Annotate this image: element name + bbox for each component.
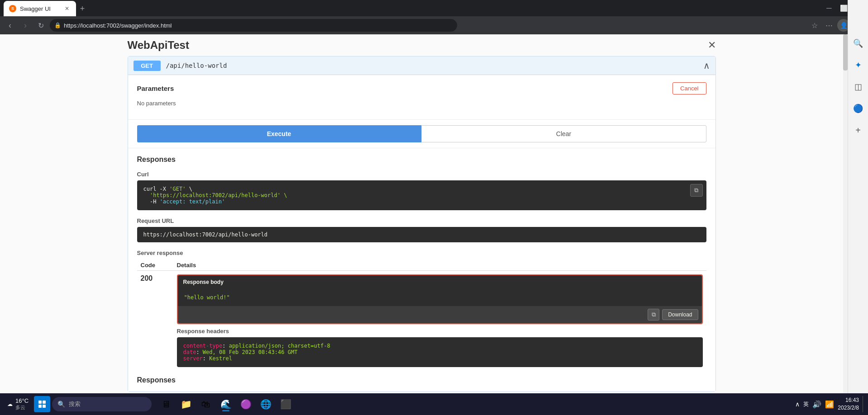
sidebar-collections-icon[interactable]: ◫	[851, 80, 865, 94]
parameters-section: Parameters Cancel No parameters	[128, 75, 715, 120]
curl-line1: curl -X 'GET' \	[143, 186, 700, 192]
weather-widget[interactable]: ☁ 16°C 多云	[4, 397, 32, 411]
start-button[interactable]	[34, 396, 50, 412]
scroll-thumb[interactable]	[843, 34, 848, 71]
close-panel-icon[interactable]: ✕	[708, 39, 716, 51]
response-headers-block: content-type: application/json; charset=…	[177, 337, 703, 367]
endpoint-block: GET /api/hello-world ∧ Parameters Cancel…	[128, 56, 716, 392]
response-body-wrapper: Response body "hello world!" ⧉ Download	[177, 274, 703, 324]
address-bar[interactable]: 🔒 https://localhost:7002/swagger/index.h…	[50, 19, 457, 32]
taskbar-app-files[interactable]: 📁	[177, 395, 195, 413]
taskbar: ☁ 16°C 多云 🔍 搜索 🖥 📁 🛍 🌊 🟣 🌐 ⬛ ∧	[0, 393, 868, 415]
page-title: WebApiTest	[128, 39, 189, 52]
curl-label: Curl	[137, 171, 706, 178]
curl-line2: 'https://localhost:7002/api/hello-world'…	[143, 192, 700, 198]
request-url-block: https://localhost:7002/api/hello-world	[137, 227, 706, 242]
response-headers-label: Response headers	[177, 328, 703, 335]
back-button[interactable]: ‹	[4, 19, 16, 32]
scrollbar[interactable]	[843, 34, 848, 393]
taskbar-app-edge[interactable]: 🌊	[217, 395, 235, 413]
minimize-button[interactable]: ─	[823, 2, 835, 14]
code-column-header: Code	[137, 260, 173, 271]
curl-line3: -H 'accept: text/plain'	[143, 198, 700, 205]
execute-button[interactable]: Execute	[137, 125, 421, 142]
taskbar-search[interactable]: 🔍 搜索	[52, 397, 152, 411]
sidebar-apps-icon[interactable]: 🔵	[851, 101, 865, 116]
taskbar-app-taskview[interactable]: 🖥	[157, 395, 175, 413]
server-response-label: Server response	[137, 250, 706, 256]
copy-response-button[interactable]: ⧉	[648, 309, 659, 321]
taskbar-app-store[interactable]: 🛍	[197, 395, 215, 413]
endpoint-path: /api/hello-world	[166, 62, 227, 69]
server-response-table: Code Details 200 Response body "hello w	[137, 260, 706, 371]
response-code-cell: 200	[137, 271, 173, 371]
taskbar-clock[interactable]: 16:43 2023/2/8	[838, 396, 859, 412]
search-placeholder: 搜索	[69, 400, 81, 408]
method-badge: GET	[134, 61, 161, 71]
lock-icon: 🔒	[54, 22, 61, 28]
clock-time: 16:43	[838, 396, 859, 404]
edge-sidebar: 🔍 ✦ ◫ 🔵 + ⚙	[848, 0, 868, 415]
sidebar-add-icon[interactable]: +	[851, 123, 865, 137]
tab-active[interactable]: S Swagger UI ✕	[4, 1, 76, 16]
url-text: https://localhost:7002/swagger/index.htm…	[64, 22, 172, 29]
taskbar-app-visualstudio[interactable]: 🟣	[237, 395, 255, 413]
cancel-button[interactable]: Cancel	[672, 82, 706, 94]
response-body-header: Response body	[178, 275, 702, 289]
table-row: 200 Response body "hello world!" ⧉ Downl…	[137, 271, 706, 371]
browser-menu-icon[interactable]: ⋯	[823, 19, 835, 32]
response-body-actions: ⧉ Download	[178, 306, 702, 323]
copy-curl-button[interactable]: ⧉	[690, 184, 703, 197]
download-button[interactable]: Download	[662, 309, 698, 320]
search-icon: 🔍	[57, 401, 65, 408]
action-buttons-row: Execute Clear	[128, 120, 715, 148]
tab-favicon: S	[9, 5, 16, 12]
no-parameters-text: No parameters	[137, 100, 706, 107]
taskbar-app-chrome[interactable]: 🌐	[257, 395, 275, 413]
request-url-label: Request URL	[137, 217, 706, 224]
endpoint-header[interactable]: GET /api/hello-world ∧	[128, 57, 715, 75]
tray-expand-icon[interactable]: ∧	[795, 401, 800, 408]
main-content: WebApiTest ✕ GET /api/hello-world ∧ Para…	[0, 34, 843, 393]
sidebar-copilot-icon[interactable]: ✦	[851, 58, 865, 72]
header-line-1: content-type: application/json; charset=…	[183, 343, 696, 349]
parameters-title: Parameters	[137, 85, 174, 92]
header-line-2: date: Wed, 08 Feb 2023 08:43:46 GMT	[183, 349, 696, 355]
network-icon[interactable]: 📶	[825, 400, 834, 409]
response-details-cell: Response body "hello world!" ⧉ Download …	[173, 271, 706, 371]
sidebar-search-icon[interactable]: 🔍	[851, 36, 865, 51]
bottom-responses-label: Responses	[137, 376, 706, 384]
weather-temp: 16°C	[15, 397, 29, 404]
taskbar-tray: ∧ 英 🔊 📶 16:43 2023/2/8	[795, 396, 864, 412]
weather-icon: ☁	[7, 401, 13, 407]
language-indicator[interactable]: 英	[803, 401, 809, 408]
response-body-content: "hello world!"	[178, 289, 702, 306]
clear-button[interactable]: Clear	[421, 125, 706, 142]
weather-desc: 多云	[15, 404, 29, 411]
new-tab-button[interactable]: +	[76, 2, 89, 15]
details-column-header: Details	[173, 260, 706, 271]
clock-date: 2023/2/8	[838, 404, 859, 412]
endpoint-collapse-icon[interactable]: ∧	[703, 60, 710, 71]
volume-icon[interactable]: 🔊	[812, 400, 821, 409]
favorites-icon[interactable]: ☆	[808, 19, 821, 32]
refresh-button[interactable]: ↻	[34, 19, 47, 32]
tab-close-icon[interactable]: ✕	[63, 5, 71, 12]
tab-title: Swagger UI	[20, 5, 51, 12]
show-desktop-button[interactable]	[863, 396, 864, 412]
forward-button[interactable]: ›	[19, 19, 32, 32]
responses-title: Responses	[137, 156, 706, 164]
responses-section: Responses Curl curl -X 'GET' \ 'https://…	[128, 148, 715, 391]
header-line-3: server: Kestrel	[183, 355, 696, 362]
request-url-text: https://localhost:7002/api/hello-world	[143, 231, 268, 238]
curl-code-block: curl -X 'GET' \ 'https://localhost:7002/…	[137, 180, 706, 210]
taskbar-apps: 🖥 📁 🛍 🌊 🟣 🌐 ⬛	[157, 395, 295, 413]
taskbar-app-terminal[interactable]: ⬛	[277, 395, 295, 413]
